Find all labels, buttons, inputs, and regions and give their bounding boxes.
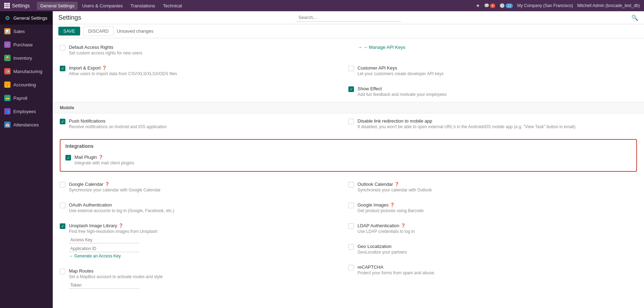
mobile-section-header: Mobile (53, 102, 644, 113)
sidebar-label-sales: Sales (13, 29, 25, 34)
page-title: Settings (58, 14, 81, 21)
employees-icon: 👥 (4, 108, 11, 114)
grid-icon (4, 3, 10, 8)
cb-google-calendar[interactable] (60, 182, 65, 188)
cb-customer-api[interactable] (348, 66, 354, 71)
save-button[interactable]: SAVE (58, 27, 80, 35)
help-icon-unsplash: ❓ (118, 223, 123, 228)
cb-geo-localization[interactable] (348, 244, 354, 250)
help-icon-google-images: ❓ (390, 203, 395, 207)
cb-outlook-calendar[interactable] (348, 182, 354, 188)
setting-desc-oauth: Use external accounts to log in (Google,… (69, 208, 348, 213)
setting-title-oauth: OAuth Authentication (69, 202, 348, 208)
chat-icon[interactable]: 💬4 (484, 3, 496, 8)
setting-customer-api: Customer API Keys Let your customers cre… (348, 60, 637, 81)
setting-title-push-notifications: Push Notifications (69, 118, 348, 124)
generate-access-key-link[interactable]: → Generate an Access Key (69, 254, 348, 258)
setting-manage-api: →→ Manage API Keys (348, 40, 637, 60)
sidebar-label-manufacturing: Manufacturing (13, 69, 42, 74)
cb-mail-plugin[interactable] (65, 155, 71, 160)
setting-outlook-calendar: Outlook Calendar ❓ Synchronize your cale… (348, 177, 637, 197)
sidebar-label-purchase: Purchase (13, 42, 33, 47)
search-button[interactable]: 🔍 (631, 14, 638, 21)
setting-default-access: Default Access Rights Set custom access … (60, 40, 348, 60)
cb-recaptcha[interactable] (348, 265, 354, 270)
gear-icon: ⚙ (4, 15, 11, 21)
sales-icon: 📊 (4, 28, 11, 34)
sidebar-item-general-settings[interactable]: ⚙ General Settings (0, 11, 53, 25)
nav-technical[interactable]: Technical (159, 2, 185, 10)
nav-general-settings[interactable]: General Settings (37, 2, 78, 10)
cb-disable-link-redirect[interactable] (348, 119, 354, 124)
setting-disable-link-redirect: Disable link redirection to mobile app I… (348, 113, 637, 134)
setting-title-disable-link-redirect: Disable link redirection to mobile app (358, 118, 637, 124)
sidebar-label-inventory: Inventory (13, 55, 32, 61)
setting-desc-mail-plugin: Integrate with mail client plugins (75, 160, 631, 165)
sidebar-item-inventory[interactable]: 📦 Inventory (0, 51, 53, 65)
topbar-right: ★ 💬4 🕐12 My Company (San Francisco) Mitc… (476, 3, 640, 8)
setting-desc-geo-localization: GeoLocalize your partners (358, 250, 637, 255)
setting-desc-ldap: Use LDAP credentials to log in (358, 229, 637, 234)
discard-button[interactable]: DISCARD (83, 26, 114, 36)
setting-desc-import-export: Allow users to import data from CSV/XLS/… (69, 71, 348, 76)
search-input[interactable] (296, 13, 401, 22)
sidebar-item-purchase[interactable]: 🛒 Purchase (0, 38, 53, 51)
page-header: Settings 🔍 (53, 11, 644, 24)
setting-unsplash: Unsplash Image Library ❓ Find free high-… (60, 218, 348, 263)
setting-map-routes: Map Routes Set a MapBox account to activ… (60, 263, 348, 294)
topbar: Settings General Settings Users & Compan… (0, 0, 644, 11)
access-section: Default Access Rights Set custom access … (53, 38, 644, 102)
setting-title-ldap: LDAP Authentication ❓ (358, 223, 637, 228)
cb-import-export[interactable] (60, 66, 65, 71)
cb-ldap[interactable] (348, 223, 354, 229)
application-id-input[interactable] (69, 245, 139, 252)
attendances-icon: 📅 (4, 122, 11, 128)
setting-title-customer-api: Customer API Keys (358, 65, 637, 71)
access-key-input[interactable] (69, 237, 139, 243)
sidebar-label-attendances: Attendances (13, 122, 39, 127)
cb-oauth[interactable] (60, 203, 65, 208)
sidebar: ⚙ General Settings 📊 Sales 🛒 Purchase 📦 … (0, 11, 53, 308)
setting-desc-google-calendar: Synchronize your calendar with Google Ca… (69, 188, 348, 192)
sidebar-label-accounting: Accounting (13, 82, 36, 87)
payroll-icon: 💳 (4, 95, 11, 101)
cb-show-effect[interactable] (348, 86, 354, 92)
token-input[interactable] (69, 282, 139, 289)
nav-translations[interactable]: Translations (127, 2, 159, 10)
sidebar-item-manufacturing[interactable]: 🏭 Manufacturing (0, 65, 53, 78)
sidebar-label-general-settings: General Settings (13, 15, 47, 21)
sidebar-item-employees[interactable]: 👥 Employees (0, 105, 53, 118)
company-label: My Company (San Francisco) (517, 3, 573, 8)
sidebar-item-sales[interactable]: 📊 Sales (0, 25, 53, 38)
integrations-left-col: Google Calendar ❓ Synchronize your calen… (60, 177, 348, 294)
sidebar-item-payroll[interactable]: 💳 Payroll (0, 91, 53, 105)
setting-geo-localization: Geo Localization GeoLocalize your partne… (348, 239, 637, 260)
setting-title-show-effect: Show Effect (358, 86, 637, 91)
cb-map-routes[interactable] (60, 269, 65, 274)
setting-desc-map-routes: Set a MapBox account to activate routes … (69, 274, 348, 279)
cb-unsplash[interactable] (60, 223, 65, 229)
setting-desc-customer-api: Let your customers create developer API … (358, 71, 637, 76)
clock-badge: 12 (505, 4, 513, 8)
sidebar-item-accounting[interactable]: 💰 Accounting (0, 78, 53, 91)
sidebar-item-attendances[interactable]: 📅 Attendances (0, 118, 53, 131)
brand[interactable]: Settings (4, 3, 30, 8)
clock-icon[interactable]: 🕐12 (500, 3, 513, 8)
content-area: Settings 🔍 SAVE DISCARD Unsaved changes … (53, 11, 644, 308)
cb-google-images[interactable] (348, 203, 354, 208)
manage-api-link[interactable]: →→ Manage API Keys (358, 45, 637, 50)
help-icon-outlook-calendar: ❓ (394, 182, 399, 186)
setting-show-effect: Show Effect Add fun feedback and motivat… (348, 81, 637, 102)
cb-push-notifications[interactable] (60, 119, 65, 124)
star-icon[interactable]: ★ (476, 3, 480, 8)
cb-default-access[interactable] (60, 45, 65, 51)
help-icon-ldap: ❓ (401, 223, 406, 228)
setting-desc-show-effect: Add fun feedback and motivate your emplo… (358, 92, 637, 97)
main-layout: ⚙ General Settings 📊 Sales 🛒 Purchase 📦 … (0, 11, 644, 308)
help-icon-google-calendar: ❓ (105, 182, 110, 186)
help-icon-mail-plugin: ❓ (98, 155, 103, 159)
nav-users-companies[interactable]: Users & Companies (78, 2, 126, 10)
chat-badge: 4 (490, 4, 496, 8)
setting-title-google-images: Google Images ❓ (358, 202, 637, 208)
setting-google-calendar: Google Calendar ❓ Synchronize your calen… (60, 177, 348, 197)
